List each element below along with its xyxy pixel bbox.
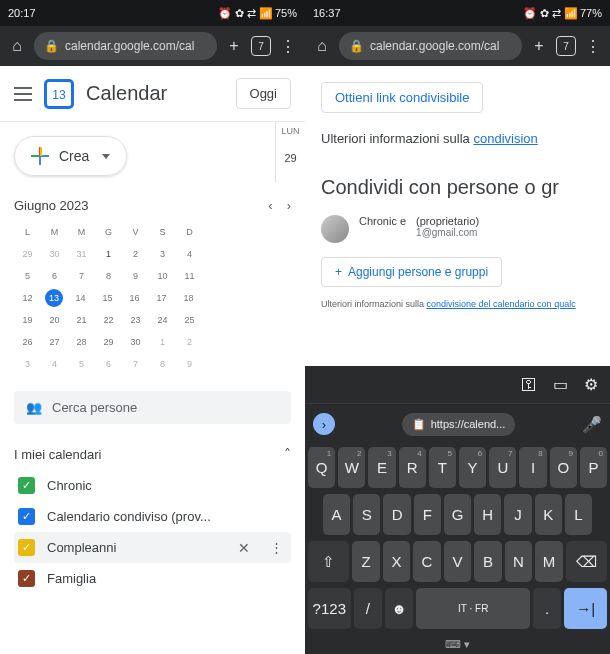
create-button[interactable]: Crea <box>14 136 127 176</box>
calendar-day[interactable]: 2 <box>176 331 203 353</box>
key-F[interactable]: F <box>414 494 441 535</box>
calendar-day[interactable]: 7 <box>68 265 95 287</box>
key-W[interactable]: W2 <box>338 447 365 488</box>
key-O[interactable]: O9 <box>550 447 577 488</box>
calendar-day[interactable]: 23 <box>122 309 149 331</box>
space-key[interactable]: IT · FR <box>416 588 530 629</box>
expand-suggestions-icon[interactable]: › <box>313 413 335 435</box>
calendar-day[interactable]: 20 <box>41 309 68 331</box>
calendar-day[interactable]: 6 <box>41 265 68 287</box>
key-I[interactable]: I8 <box>519 447 546 488</box>
calendar-day[interactable]: 14 <box>67 287 94 309</box>
overflow-icon[interactable]: ⋮ <box>582 35 604 57</box>
overflow-icon[interactable]: ⋮ <box>277 35 299 57</box>
calendar-day[interactable]: 30 <box>122 331 149 353</box>
calendar-day[interactable]: 8 <box>149 353 176 375</box>
key-C[interactable]: C <box>413 541 441 582</box>
overflow-icon[interactable]: ⋮ <box>266 540 287 555</box>
sharing-footnote-link[interactable]: condivisione del calendario con qualc <box>427 299 576 309</box>
today-button[interactable]: Oggi <box>236 78 291 109</box>
calendar-day[interactable]: 3 <box>149 243 176 265</box>
calendar-row[interactable]: ✓Compleanni✕⋮ <box>14 532 291 563</box>
key-L[interactable]: L <box>565 494 592 535</box>
calendar-day[interactable]: 31 <box>68 243 95 265</box>
new-tab-icon[interactable]: + <box>528 35 550 57</box>
calendar-day[interactable]: 28 <box>68 331 95 353</box>
calendar-day[interactable]: 17 <box>148 287 175 309</box>
key-A[interactable]: A <box>323 494 350 535</box>
calendar-day[interactable]: 16 <box>121 287 148 309</box>
key-Q[interactable]: Q1 <box>308 447 335 488</box>
url-suggestion[interactable]: 📋 https://calend... <box>402 413 516 436</box>
key-B[interactable]: B <box>474 541 502 582</box>
shift-key[interactable]: ⇧ <box>308 541 349 582</box>
calendar-day[interactable]: 27 <box>41 331 68 353</box>
slash-key[interactable]: / <box>354 588 382 629</box>
calendar-day[interactable]: 10 <box>149 265 176 287</box>
url-bar[interactable]: 🔒 calendar.google.com/cal <box>339 32 522 60</box>
key-J[interactable]: J <box>504 494 531 535</box>
tab-count[interactable]: 7 <box>556 36 576 56</box>
calendar-row[interactable]: ✓Famiglia <box>14 563 291 594</box>
key-K[interactable]: K <box>535 494 562 535</box>
key-Y[interactable]: Y6 <box>459 447 486 488</box>
calendar-day[interactable]: 4 <box>176 243 203 265</box>
checkbox[interactable]: ✓ <box>18 477 35 494</box>
key-D[interactable]: D <box>383 494 410 535</box>
key-S[interactable]: S <box>353 494 380 535</box>
remove-icon[interactable]: ✕ <box>234 540 254 556</box>
keyboard-handle-icon[interactable]: ⌨ ▾ <box>305 632 610 654</box>
calendar-day[interactable]: 6 <box>95 353 122 375</box>
clipboard-icon[interactable]: ▭ <box>553 375 568 394</box>
key-X[interactable]: X <box>383 541 411 582</box>
calendar-day[interactable]: 29 <box>95 331 122 353</box>
key-E[interactable]: E3 <box>368 447 395 488</box>
checkbox[interactable]: ✓ <box>18 508 35 525</box>
backspace-key[interactable]: ⌫ <box>566 541 607 582</box>
next-month-icon[interactable]: › <box>287 198 291 213</box>
calendar-day[interactable]: 21 <box>68 309 95 331</box>
calendar-day[interactable]: 8 <box>95 265 122 287</box>
calendar-day[interactable]: 4 <box>41 353 68 375</box>
home-icon[interactable]: ⌂ <box>311 35 333 57</box>
key-G[interactable]: G <box>444 494 471 535</box>
key-V[interactable]: V <box>444 541 472 582</box>
search-people-input[interactable]: 👥 Cerca persone <box>14 391 291 424</box>
calendar-day[interactable]: 5 <box>68 353 95 375</box>
sharing-info-link[interactable]: condivision <box>473 131 537 146</box>
calendar-day[interactable]: 9 <box>122 265 149 287</box>
home-icon[interactable]: ⌂ <box>6 35 28 57</box>
calendar-day[interactable]: 19 <box>14 309 41 331</box>
new-tab-icon[interactable]: + <box>223 35 245 57</box>
calendar-day[interactable]: 22 <box>95 309 122 331</box>
key-U[interactable]: U7 <box>489 447 516 488</box>
calendar-row[interactable]: ✓Calendario condiviso (prov... <box>14 501 291 532</box>
calendar-day[interactable]: 26 <box>14 331 41 353</box>
hamburger-icon[interactable] <box>14 87 32 101</box>
calendar-day[interactable]: 2 <box>122 243 149 265</box>
key-Z[interactable]: Z <box>352 541 380 582</box>
settings-icon[interactable]: ⚙ <box>584 375 598 394</box>
mini-calendar[interactable]: LMMGVSD 29303112345678910111213141516171… <box>14 221 291 375</box>
tab-count[interactable]: 7 <box>251 36 271 56</box>
numeric-key[interactable]: ?123 <box>308 588 351 629</box>
enter-key[interactable]: →| <box>564 588 607 629</box>
calendar-day[interactable]: 24 <box>149 309 176 331</box>
calendar-day[interactable]: 3 <box>14 353 41 375</box>
calendar-day[interactable]: 11 <box>176 265 203 287</box>
calendar-day[interactable]: 13 <box>45 289 63 307</box>
calendar-day[interactable]: 30 <box>41 243 68 265</box>
my-calendars-toggle[interactable]: I miei calendari ˄ <box>14 446 291 462</box>
calendar-day[interactable]: 7 <box>122 353 149 375</box>
key-H[interactable]: H <box>474 494 501 535</box>
add-people-button[interactable]: + Aggiungi persone e gruppi <box>321 257 502 287</box>
password-icon[interactable]: ⚿ <box>521 376 537 394</box>
key-P[interactable]: P0 <box>580 447 607 488</box>
key-R[interactable]: R4 <box>399 447 426 488</box>
checkbox[interactable]: ✓ <box>18 539 35 556</box>
calendar-day[interactable]: 12 <box>14 287 41 309</box>
get-shareable-link-button[interactable]: Ottieni link condivisibile <box>321 82 483 113</box>
url-bar[interactable]: 🔒 calendar.google.com/cal <box>34 32 217 60</box>
calendar-day[interactable]: 9 <box>176 353 203 375</box>
checkbox[interactable]: ✓ <box>18 570 35 587</box>
